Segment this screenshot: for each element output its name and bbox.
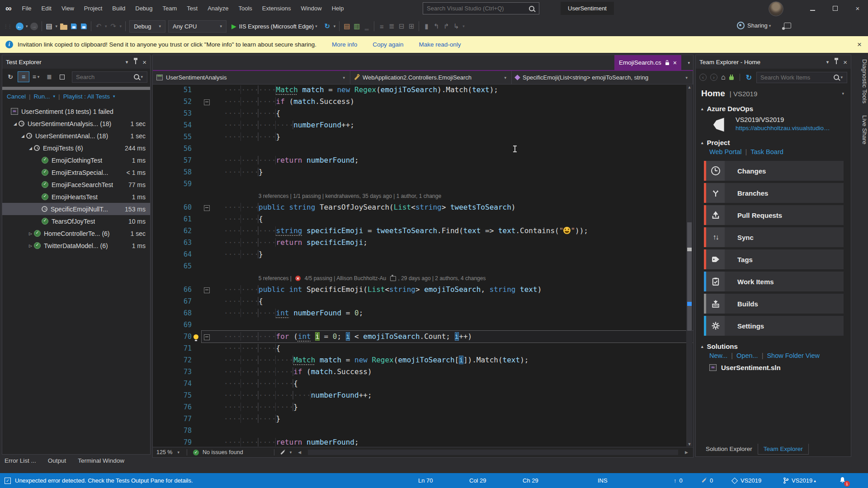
- code-line[interactable]: 54················numberFound++;: [153, 119, 693, 131]
- list-view-icon[interactable]: ≡: [18, 71, 29, 82]
- bookmark-icon[interactable]: ▮: [421, 21, 431, 32]
- code-line[interactable]: 75····················numberFound++;: [153, 389, 693, 401]
- scroll-left-icon[interactable]: ◀: [297, 450, 302, 455]
- code-line[interactable]: 51············Match match = new Regex(em…: [153, 84, 693, 96]
- menu-help[interactable]: Help: [327, 0, 349, 17]
- azure-account-url[interactable]: https://abuchholtzau.visualstudio....: [736, 125, 830, 131]
- code-line[interactable]: 52············if (match.Success): [153, 96, 693, 108]
- restore-button[interactable]: [825, 0, 845, 17]
- redo-button[interactable]: ↷: [108, 21, 118, 32]
- pending-edits[interactable]: 0: [702, 473, 713, 488]
- tile-branches[interactable]: Branches: [704, 183, 844, 203]
- tab-live-share[interactable]: Live Share: [857, 113, 868, 146]
- test-tree-row[interactable]: ▷HomeControllerTe... (6)1 sec: [2, 227, 150, 239]
- forward-icon[interactable]: ›: [710, 74, 717, 81]
- global-search[interactable]: [423, 2, 539, 14]
- tab-solution-explorer[interactable]: Solution Explorer: [700, 444, 758, 455]
- home-icon[interactable]: ⌂: [721, 73, 726, 81]
- run-all-icon[interactable]: ↻: [5, 72, 16, 82]
- expander-icon[interactable]: ▷: [27, 231, 34, 236]
- global-search-input[interactable]: [423, 5, 529, 12]
- cancel-link[interactable]: Cancel: [7, 93, 26, 100]
- overflow-button[interactable]: ‗: [362, 21, 372, 32]
- menu-tools[interactable]: Tools: [233, 0, 257, 17]
- code-line[interactable]: 72················Match match = new Rege…: [153, 354, 693, 366]
- code-line[interactable]: 65: [153, 260, 693, 272]
- web-portal-link[interactable]: Web Portal: [709, 148, 741, 155]
- tab-terminal-window[interactable]: Terminal Window: [78, 457, 124, 464]
- refresh-icon[interactable]: ↻: [746, 73, 752, 82]
- code-line[interactable]: 79············return numberFound;: [153, 436, 693, 447]
- make-read-only-link[interactable]: Make read-only: [419, 41, 461, 48]
- editor-vertical-scrollbar[interactable]: ▲ ▼: [686, 85, 693, 446]
- save-button[interactable]: [69, 21, 79, 32]
- account-button[interactable]: UserSentiment: [561, 2, 614, 15]
- horizontal-scrollbar[interactable]: [308, 450, 678, 455]
- info-close-icon[interactable]: ×: [857, 40, 862, 49]
- code-line[interactable]: 74················{: [153, 378, 693, 389]
- copy-again-link[interactable]: Copy again: [373, 41, 403, 48]
- close-icon[interactable]: ×: [843, 58, 847, 66]
- test-search[interactable]: ▾: [72, 71, 147, 83]
- code-editor[interactable]: 51············Match match = new Regex(em…: [153, 84, 693, 447]
- code-line[interactable]: 56: [153, 143, 693, 155]
- chevron-down-icon[interactable]: ▾: [56, 24, 58, 28]
- code-line[interactable]: 69: [153, 319, 693, 331]
- tile-sync[interactable]: ↑↓ Sync: [704, 227, 844, 247]
- code-line[interactable]: 66········public int SpecificEmoji(List<…: [153, 284, 693, 296]
- chevron-down-icon[interactable]: ▾: [826, 59, 829, 65]
- branch-picker[interactable]: VS2019 ▴: [783, 473, 817, 488]
- next-bookmark-icon[interactable]: ↱: [441, 21, 451, 32]
- code-line[interactable]: 58········}: [153, 166, 693, 178]
- work-item-search-input[interactable]: [760, 74, 834, 81]
- code-line[interactable]: 73················if (match.Success): [153, 366, 693, 378]
- section-solutions[interactable]: ▴ Solutions: [696, 338, 851, 351]
- section-project[interactable]: ▴ Project: [696, 134, 851, 147]
- menu-build[interactable]: Build: [107, 0, 130, 17]
- code-line[interactable]: 59: [153, 178, 693, 190]
- close-tab-icon[interactable]: ×: [673, 59, 677, 66]
- menu-test[interactable]: Test: [182, 0, 203, 17]
- menu-analyze[interactable]: Analyze: [203, 0, 233, 17]
- solution-configuration-dropdown[interactable]: Debug▾: [129, 20, 165, 33]
- navigate-back-button[interactable]: ←: [14, 21, 24, 32]
- playlist-link[interactable]: Playlist : All Tests: [63, 93, 110, 100]
- chevron-down-icon[interactable]: ▾: [26, 24, 28, 28]
- menu-project[interactable]: Project: [79, 0, 107, 17]
- chevron-down-icon[interactable]: ▾: [759, 91, 844, 96]
- test-tree-row[interactable]: ◢EmojiTests (6)244 ms: [2, 142, 150, 154]
- test-tree-row[interactable]: EmojiHeartsTest1 ms: [2, 191, 150, 203]
- hierarchy-view-icon[interactable]: ≡▾: [31, 72, 42, 82]
- clear-bookmarks-icon[interactable]: ↳: [451, 21, 461, 32]
- code-line[interactable]: 61········{: [153, 213, 693, 225]
- code-line[interactable]: 63············return specificEmoji;: [153, 237, 693, 249]
- test-tree-row[interactable]: ◢UserSentimentAnalysis... (18)1 sec: [2, 117, 150, 130]
- breadcrumb-type-dropdown[interactable]: WebApplication2.Controllers.EmojiSearch …: [350, 71, 512, 84]
- tab-error-list[interactable]: Error List ...: [5, 457, 36, 464]
- columns-button[interactable]: ▥: [352, 21, 362, 32]
- expander-icon[interactable]: ▷: [27, 244, 34, 248]
- fold-icon[interactable]: [204, 99, 210, 105]
- test-tree-row[interactable]: ◢UserSentimentAnal... (18)1 sec: [2, 130, 150, 142]
- menu-file[interactable]: File: [17, 0, 37, 17]
- start-debugging-button[interactable]: ▶ IIS Express (Microsoft Edge) ▾: [231, 23, 319, 30]
- test-tree-row[interactable]: TearsOfJoyTest10 ms: [2, 215, 150, 227]
- tile-tags[interactable]: Tags: [704, 249, 844, 269]
- stacked-windows-icon[interactable]: [57, 72, 67, 82]
- more-info-link[interactable]: More info: [332, 41, 357, 48]
- test-tree-row[interactable]: EmojiFaceSearchTest77 ms: [2, 178, 150, 191]
- codelens-line[interactable]: 5 references | 4/5 passing | Allison Buc…: [153, 272, 693, 284]
- close-icon[interactable]: ×: [142, 58, 146, 66]
- code-line[interactable]: 62············string specificEmoji = twe…: [153, 225, 693, 237]
- tile-work-items[interactable]: Work Items: [704, 272, 844, 291]
- breadcrumb-project-dropdown[interactable]: UserSentimentAnalysis ▾: [153, 71, 350, 84]
- new-project-button[interactable]: ▤: [44, 21, 54, 32]
- test-tree-row[interactable]: SpecificEmojiNullT...153 ms: [2, 203, 150, 215]
- code-line[interactable]: 70············for (int i = 0; i < emojiT…: [153, 331, 693, 343]
- close-button[interactable]: ×: [847, 0, 868, 17]
- code-line[interactable]: 77············}: [153, 413, 693, 425]
- tile-settings[interactable]: Settings: [704, 316, 844, 336]
- tab-emojisearch-cs[interactable]: EmojiSearch.cs ×: [614, 55, 681, 70]
- menu-team[interactable]: Team: [158, 0, 182, 17]
- expander-icon[interactable]: ◢: [12, 122, 19, 126]
